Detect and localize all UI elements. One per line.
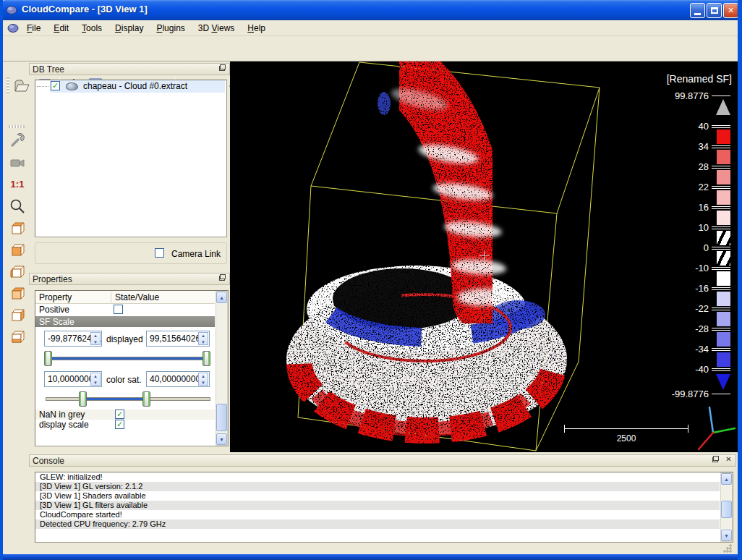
main-toolbar: ? CC CC μ,σ min max [3,37,738,61]
db-tree-float-button[interactable] [218,64,227,74]
sat-max-spinbox[interactable]: 40,00000000 ▲▼ [146,371,210,387]
sf-color-band [717,251,730,266]
menu-item[interactable]: Edit [47,20,75,36]
view-front-button[interactable] [8,241,27,260]
sf-tick-label: 16 [658,202,709,213]
console-scrollbar[interactable]: ▲ ▼ [720,472,733,542]
properties-float-button[interactable] [218,274,227,284]
db-tree-list[interactable]: ✓ chapeau - Cloud #0.extract [35,80,227,237]
sf-tick [712,269,730,270]
col-property[interactable]: Property [39,292,72,302]
displayed-spinbox[interactable]: 99,51564026 ▲▼ [146,331,210,347]
saturation-slider-handle-min[interactable] [79,391,87,407]
window-title: CloudCompare - [3D View 1] [22,4,148,14]
menu-item[interactable]: Display [108,20,150,36]
scrollbar-thumb[interactable] [216,404,227,431]
zoom-fit-button[interactable] [8,198,27,216]
positive-checkbox[interactable] [114,305,123,314]
sf-tick [712,348,730,349]
sf-tick-label: 34 [658,141,709,152]
sf-tick [712,330,730,331]
tools-wrench-button[interactable] [8,131,27,150]
menu-item[interactable]: Plugins [150,20,191,36]
console-close-button[interactable]: ✕ [724,455,733,464]
sf-color-band [717,130,730,144]
console-line: GLEW: initialized! [35,472,720,482]
sf-color-band [717,231,730,245]
sf-color-band [717,332,730,347]
sf-color-band [717,170,730,184]
range-slider-handle-max[interactable] [202,351,210,366]
properties-dock: Properties Property State/Value Positive… [29,273,230,450]
console-list[interactable]: GLEW: initialized![3D View 1] GL version… [35,472,733,543]
menu-item[interactable]: 3D Views [192,20,242,36]
scroll-down-icon[interactable]: ▼ [721,530,732,541]
view-back-button[interactable] [8,284,27,303]
sf-color-band [717,150,730,164]
sf-tick [712,168,730,169]
sf-tick [712,310,730,310]
camera-settings-button-disabled[interactable] [8,154,27,173]
properties-title: Properties [33,274,72,284]
sf-max-label: 99.8776 [658,90,709,101]
sf-scale-label: SF Scale [39,317,74,327]
scale-bar: 2500 [564,427,688,446]
menu-item[interactable]: Help [241,20,272,36]
mdi-child-icon [7,22,20,33]
camera-link-checkbox[interactable] [155,248,164,258]
console-dock: Console ✕ GLEW: initialized![3D View 1] … [29,454,736,548]
tree-item-label[interactable]: chapeau - Cloud #0.extract [83,81,187,91]
sf-tick-label: 28 [658,161,709,172]
display-scale-checkbox[interactable]: ✓ [115,420,124,429]
menu-bar: FileEditToolsDisplayPlugins3D ViewsHelp … [3,20,738,36]
sf-tick [712,307,730,308]
scrollbar-thumb[interactable] [721,501,732,518]
maximize-button[interactable] [707,3,722,18]
toolbar-grip[interactable] [9,125,25,128]
close-button[interactable]: ✕ [723,3,738,18]
sf-tick [712,145,730,146]
camera-link-label: Camera Link [171,249,221,259]
menu-item[interactable]: Tools [75,20,108,36]
range-slider-handle-min[interactable] [44,351,52,366]
view-right-button[interactable] [8,306,27,325]
nan-in-grey-checkbox[interactable]: ✓ [115,410,124,419]
menu-item[interactable]: File [20,20,47,36]
zoom-1-1-button[interactable]: 1:1 [8,176,27,195]
saturation-slider-handle-max[interactable] [142,391,150,407]
view-toolbar: 1:1 [3,61,29,454]
tree-item-chapeau[interactable]: ✓ chapeau - Cloud #0.extract [35,80,225,93]
tree-item-checkbox[interactable]: ✓ [51,81,60,90]
row-nan-in-grey: NaN in grey ✓ [35,410,215,420]
app-icon [6,4,18,15]
col-state-value[interactable]: State/Value [115,292,159,302]
sf-tick [712,267,730,268]
sat-min-spinbox[interactable]: 10,00000000 ▲▼ [44,371,102,387]
scroll-up-icon[interactable]: ▲ [721,473,732,485]
scroll-up-icon[interactable]: ▲ [216,292,227,303]
sf-tick-label: -28 [658,323,709,334]
sf-tick [712,127,730,128]
console-line: CloudCompare started! [35,510,720,519]
view-top-button[interactable] [8,219,27,238]
table-header: Property State/Value [35,291,215,304]
sf-tick-label: -40 [658,364,709,375]
console-float-button[interactable] [711,456,720,465]
properties-scrollbar[interactable]: ▲ ▼ [216,291,228,446]
minimize-button[interactable] [690,3,705,18]
sf-tick [712,287,730,288]
sf-color-band [717,312,730,326]
3d-view[interactable]: 2500 [Renamed SF] 99.87764034282216100-1… [230,61,738,452]
resize-grip[interactable] [722,543,732,553]
sat-max-value: 40,00000000 [150,374,200,384]
sf-tick-label: -22 [658,303,709,314]
sf-color-band [717,271,730,286]
range-min-spinbox[interactable]: -99,87762451 ▲▼ [44,331,102,347]
sf-tick-label: 22 [658,182,709,192]
sf-tick [712,350,730,351]
view-bottom-button[interactable] [8,328,27,347]
console-title: Console [33,456,64,466]
db-tree-title: DB Tree [33,64,64,75]
view-left-button[interactable] [8,263,27,281]
scroll-down-icon[interactable]: ▼ [216,433,227,445]
